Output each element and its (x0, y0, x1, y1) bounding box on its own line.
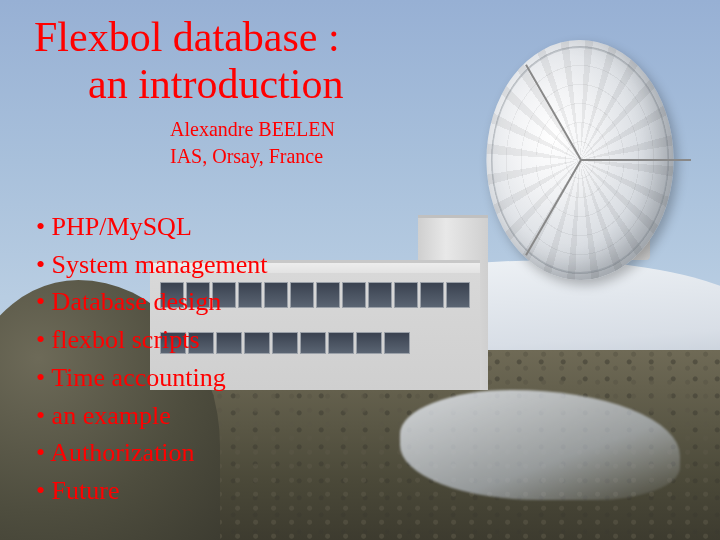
slide-content: Flexbol database : an introduction Alexa… (0, 0, 720, 522)
author-name: Alexandre BEELEN (170, 116, 690, 143)
title-line-2: an introduction (34, 61, 690, 108)
outline-list: PHP/MySQL System management Database des… (36, 208, 690, 510)
author-affiliation: IAS, Orsay, France (170, 143, 690, 170)
list-item: PHP/MySQL (36, 208, 690, 246)
list-item: Authorization (36, 434, 690, 472)
author-block: Alexandre BEELEN IAS, Orsay, France (170, 116, 690, 170)
list-item: Database design (36, 283, 690, 321)
list-item: System management (36, 246, 690, 284)
title-line-1: Flexbol database : (34, 14, 340, 60)
slide-title: Flexbol database : an introduction (34, 14, 690, 108)
list-item: Future (36, 472, 690, 510)
list-item: Time accounting (36, 359, 690, 397)
list-item: an example (36, 397, 690, 435)
list-item: flexbol scripts (36, 321, 690, 359)
